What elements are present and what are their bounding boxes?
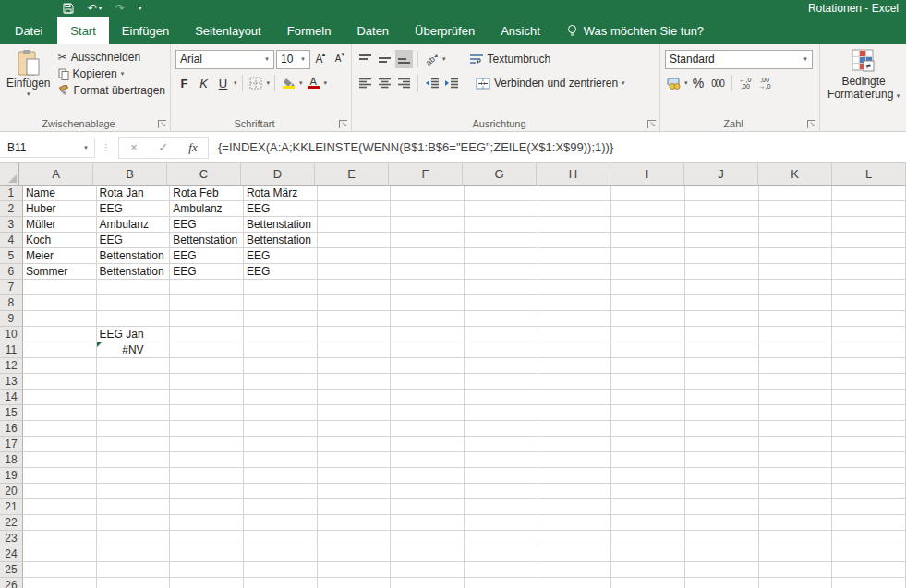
cell-C10[interactable] xyxy=(170,327,244,342)
cell-K13[interactable] xyxy=(759,374,833,390)
cell-G8[interactable] xyxy=(465,295,538,311)
cell-L12[interactable] xyxy=(832,358,906,374)
cell-F11[interactable] xyxy=(391,342,465,358)
cell-C21[interactable] xyxy=(170,499,244,515)
column-header-F[interactable]: F xyxy=(389,163,463,186)
cell-I7[interactable] xyxy=(611,280,685,295)
cell-G3[interactable] xyxy=(465,217,538,233)
cell-D25[interactable] xyxy=(244,562,318,578)
cell-J7[interactable] xyxy=(685,280,759,295)
bold-button[interactable]: F xyxy=(175,74,193,92)
cell-H18[interactable] xyxy=(538,452,612,468)
underline-dropdown-icon[interactable]: ▾ xyxy=(234,79,237,87)
cell-F24[interactable] xyxy=(391,546,465,562)
cell-J11[interactable] xyxy=(685,342,759,358)
cell-L23[interactable] xyxy=(832,531,906,546)
cell-J1[interactable] xyxy=(685,186,759,201)
cell-E3[interactable] xyxy=(318,217,392,233)
accounting-format-button[interactable] xyxy=(665,74,683,92)
cell-J6[interactable] xyxy=(685,264,759,280)
row-header-14[interactable]: 14 xyxy=(0,390,23,405)
tab-seitenlayout[interactable]: Seitenlayout xyxy=(182,17,274,44)
cell-I8[interactable] xyxy=(611,295,685,311)
cell-C11[interactable] xyxy=(170,342,244,358)
cell-C7[interactable] xyxy=(170,280,244,295)
row-header-18[interactable]: 18 xyxy=(0,452,23,468)
cell-D19[interactable] xyxy=(244,468,318,484)
cell-G20[interactable] xyxy=(465,484,538,499)
cell-H11[interactable] xyxy=(538,342,612,358)
cell-E18[interactable] xyxy=(318,452,392,468)
cell-L16[interactable] xyxy=(832,421,906,437)
italic-button[interactable]: K xyxy=(195,74,212,92)
cell-H25[interactable] xyxy=(538,562,612,578)
cell-H5[interactable] xyxy=(538,248,612,264)
align-right-button[interactable] xyxy=(395,74,413,92)
cell-L9[interactable] xyxy=(832,311,906,327)
cell-F3[interactable] xyxy=(391,217,465,233)
cell-E16[interactable] xyxy=(318,421,392,437)
decrease-decimal-button[interactable]: ,00 →,0 xyxy=(756,74,774,92)
cell-A10[interactable] xyxy=(23,327,97,342)
cell-G11[interactable] xyxy=(465,342,538,358)
accounting-dropdown-icon[interactable]: ▾ xyxy=(684,79,688,87)
cell-B18[interactable] xyxy=(97,452,171,468)
cell-J22[interactable] xyxy=(685,515,759,531)
row-header-17[interactable]: 17 xyxy=(0,437,23,452)
column-header-B[interactable]: B xyxy=(93,163,167,186)
cell-A5[interactable]: Meier xyxy=(23,248,97,264)
cell-K19[interactable] xyxy=(759,468,833,484)
cell-G26[interactable] xyxy=(465,578,538,588)
cell-F21[interactable] xyxy=(391,499,465,515)
cell-E15[interactable] xyxy=(318,405,392,421)
cell-J21[interactable] xyxy=(685,499,759,515)
cell-G17[interactable] xyxy=(465,437,538,452)
cell-J17[interactable] xyxy=(685,437,759,452)
cell-A16[interactable] xyxy=(23,421,97,437)
shrink-font-button[interactable]: A▼ xyxy=(332,50,349,68)
cell-E14[interactable] xyxy=(318,390,392,405)
cell-A19[interactable] xyxy=(23,468,97,484)
cell-B13[interactable] xyxy=(97,374,171,390)
column-header-C[interactable]: C xyxy=(167,163,241,186)
cell-H7[interactable] xyxy=(538,280,612,295)
row-header-26[interactable]: 26 xyxy=(0,578,23,588)
cell-I3[interactable] xyxy=(611,217,685,233)
cell-L15[interactable] xyxy=(832,405,906,421)
cell-I5[interactable] xyxy=(611,248,685,264)
cell-C24[interactable] xyxy=(170,546,244,562)
cell-H12[interactable] xyxy=(538,358,612,374)
cell-E13[interactable] xyxy=(318,374,392,390)
cell-E17[interactable] xyxy=(318,437,392,452)
cell-F9[interactable] xyxy=(391,311,465,327)
cell-H21[interactable] xyxy=(538,499,612,515)
cell-K5[interactable] xyxy=(759,248,833,264)
tab-start[interactable]: Start xyxy=(57,17,108,44)
cell-L17[interactable] xyxy=(832,437,906,452)
cell-B5[interactable]: Bettenstation xyxy=(97,248,171,264)
row-header-12[interactable]: 12 xyxy=(0,358,23,374)
cell-L26[interactable] xyxy=(832,578,906,588)
merge-center-button[interactable]: Verbinden und zentrieren ▾ xyxy=(473,76,628,90)
cell-D13[interactable] xyxy=(244,374,318,390)
cell-J20[interactable] xyxy=(685,484,759,499)
cell-C16[interactable] xyxy=(170,421,244,437)
cell-C5[interactable]: EEG xyxy=(170,248,244,264)
cell-E26[interactable] xyxy=(318,578,392,588)
cell-H22[interactable] xyxy=(538,515,612,531)
cell-L7[interactable] xyxy=(832,280,906,295)
cell-D3[interactable]: Bettenstation xyxy=(244,217,318,233)
cell-J12[interactable] xyxy=(685,358,759,374)
cell-H13[interactable] xyxy=(538,374,612,390)
cell-L8[interactable] xyxy=(832,295,906,311)
cell-L3[interactable] xyxy=(832,217,906,233)
cell-C18[interactable] xyxy=(170,452,244,468)
cell-E8[interactable] xyxy=(318,295,392,311)
cell-C3[interactable]: EEG xyxy=(170,217,244,233)
cell-B23[interactable] xyxy=(97,531,171,546)
cell-J18[interactable] xyxy=(685,452,759,468)
redo-button[interactable]: ↷ xyxy=(115,3,125,14)
cell-A18[interactable] xyxy=(23,452,97,468)
cell-B15[interactable] xyxy=(97,405,171,421)
cell-C25[interactable] xyxy=(170,562,244,578)
